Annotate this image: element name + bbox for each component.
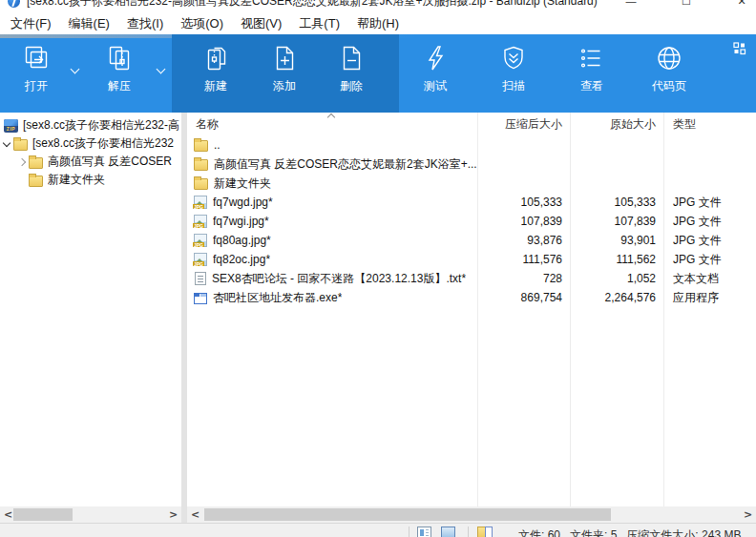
open-button-label: 打开 — [25, 78, 48, 94]
table-row[interactable]: fq7wgd.jpg* 105,333 105,333 JPG 文件 — [187, 193, 756, 212]
zip-archive-icon — [4, 119, 18, 133]
title-bar: [sex8.cc孩子你要相信光232-高颜值写真反差COSER恋恋艾妮最新2套J… — [0, 0, 756, 13]
tree-horizontal-scrollbar[interactable]: < > — [0, 506, 181, 523]
column-header-packed[interactable]: 压缩后大小 — [477, 116, 570, 133]
table-row[interactable]: fq80ag.jpg* 93,876 93,901 JPG 文件 — [187, 231, 756, 250]
minimize-button[interactable]: — — [617, 0, 645, 13]
packed-size: 105,333 — [477, 196, 570, 209]
tree-item-subfolder[interactable]: 高颜值写真 反差COSER — [0, 153, 181, 171]
table-row[interactable]: 杏吧社区地址发布器.exe* 869,754 2,264,576 应用程序 — [187, 288, 756, 307]
menu-view[interactable]: 视图(V) — [232, 13, 290, 34]
codepage-button[interactable]: 代码页 — [636, 40, 703, 109]
view-button[interactable]: 查看 — [563, 40, 620, 109]
preview-pane-icon[interactable] — [441, 527, 455, 537]
tree-item-label: 新建文件夹 — [48, 172, 105, 188]
delete-button[interactable]: 删除 — [323, 40, 380, 109]
packed-size: 869,754 — [477, 291, 570, 304]
file-type-icon — [194, 178, 208, 190]
column-header-type[interactable]: 类型 — [663, 116, 756, 133]
file-list-pane: 名称 压缩后大小 原始大小 类型 .. — [187, 113, 756, 506]
codepage-icon — [655, 44, 683, 72]
file-name: 杏吧社区地址发布器.exe* — [213, 290, 342, 306]
folder-options-icon[interactable] — [477, 527, 492, 537]
close-button[interactable]: ✕ — [727, 0, 756, 13]
table-row[interactable]: fq7wgi.jpg* 107,839 107,839 JPG 文件 — [187, 212, 756, 231]
file-name: 新建文件夹 — [214, 176, 271, 192]
file-name: fq7wgd.jpg* — [213, 196, 273, 209]
file-type-icon — [195, 272, 206, 285]
menu-file[interactable]: 文件(F) — [2, 13, 60, 34]
window-controls: — ☐ ✕ — [603, 0, 756, 13]
maximize-button[interactable]: ☐ — [672, 0, 701, 13]
extract-button[interactable]: 解压 — [91, 40, 148, 109]
tree-item-new-folder[interactable]: 新建文件夹 — [0, 171, 181, 189]
tree-item-root-folder[interactable]: [sex8.cc孩子你要相信光232 — [0, 134, 181, 153]
original-size: 111,562 — [570, 253, 663, 266]
toolbar: 打开 解压 新建 添加 — [0, 34, 756, 113]
menu-help[interactable]: 帮助(H) — [348, 13, 408, 34]
menu-tools[interactable]: 工具(T) — [290, 13, 348, 34]
chevron-expanded-icon[interactable] — [0, 142, 13, 146]
extract-button-label: 解压 — [108, 78, 131, 94]
packed-size: 111,576 — [477, 253, 570, 266]
menu-options[interactable]: 选项(O) — [172, 13, 232, 34]
file-name: SEX8杏吧论坛 - 回家不迷路【2023.12.13版】.txt* — [212, 271, 466, 287]
list-horizontal-scrollbar[interactable]: < > — [187, 506, 756, 523]
packed-size: 107,839 — [477, 215, 570, 228]
scrollbar-thumb[interactable] — [204, 508, 611, 521]
view-button-label: 查看 — [580, 78, 603, 94]
test-button[interactable]: 测试 — [407, 40, 464, 109]
column-header-original[interactable]: 原始大小 — [570, 116, 663, 133]
menu-find[interactable]: 查找(I) — [118, 13, 172, 34]
file-type-icon — [194, 253, 207, 266]
new-archive-icon — [201, 44, 230, 72]
original-size: 1,052 — [570, 272, 663, 285]
scan-button[interactable]: 扫描 — [485, 40, 542, 109]
chevron-down-icon — [156, 65, 165, 74]
file-type-icon — [194, 159, 208, 171]
table-row[interactable]: fq82oc.jpg* 111,576 111,562 JPG 文件 — [187, 250, 756, 269]
scrollbar-thumb[interactable] — [13, 508, 73, 521]
scroll-right-arrow[interactable]: > — [165, 506, 181, 523]
file-type-icon — [194, 234, 207, 247]
file-type: 应用程序 — [663, 290, 756, 306]
packed-size: 93,876 — [477, 234, 570, 247]
open-button[interactable]: 打开 — [8, 40, 65, 109]
delete-icon — [337, 44, 366, 72]
file-name: 高颜值写真 反差COSER恋恋艾妮最新2套JK浴室+... — [214, 156, 477, 173]
table-row[interactable]: .. — [187, 135, 756, 155]
tree-item-archive-root[interactable]: [sex8.cc孩子你要相信光232-高 — [0, 116, 181, 134]
view-icon — [578, 44, 606, 72]
tree-item-label: 高颜值写真 反差COSER — [48, 154, 172, 170]
add-icon — [270, 44, 299, 72]
menu-edit[interactable]: 编辑(E) — [60, 13, 118, 34]
scrollbar-row: < > < > — [0, 506, 756, 523]
main-area: [sex8.cc孩子你要相信光232-高 [sex8.cc孩子你要相信光232 … — [0, 113, 756, 506]
chevron-collapsed-icon[interactable] — [15, 159, 29, 165]
add-button-label: 添加 — [273, 78, 296, 94]
scroll-right-arrow[interactable]: > — [740, 506, 756, 523]
original-size: 105,333 — [570, 196, 663, 209]
new-archive-button-label: 新建 — [204, 78, 227, 94]
details-view-icon[interactable] — [417, 527, 431, 537]
scroll-left-arrow[interactable]: < — [187, 506, 203, 523]
add-button[interactable]: 添加 — [256, 40, 313, 109]
file-type: JPG 文件 — [663, 214, 756, 230]
open-icon — [22, 44, 51, 72]
status-bar: 文件: 60 文件夹: 5 压缩文件大小: 243 MB — [0, 523, 756, 537]
statusbar-separator — [409, 527, 410, 537]
new-archive-button[interactable]: 新建 — [187, 40, 244, 109]
chevron-down-icon — [70, 65, 79, 74]
open-dropdown-chevron[interactable] — [67, 59, 82, 82]
table-row[interactable]: SEX8杏吧论坛 - 回家不迷路【2023.12.13版】.txt* 728 1… — [187, 269, 756, 288]
layout-toggle-button[interactable] — [733, 42, 746, 55]
table-row[interactable]: 新建文件夹 — [187, 174, 756, 193]
codepage-button-label: 代码页 — [652, 78, 686, 94]
table-row[interactable]: 高颜值写真 反差COSER恋恋艾妮最新2套JK浴室+... — [187, 155, 756, 174]
file-name: fq7wgi.jpg* — [213, 215, 269, 228]
extract-dropdown-chevron[interactable] — [153, 59, 168, 82]
original-size: 2,264,576 — [570, 291, 663, 304]
file-type: JPG 文件 — [663, 252, 756, 268]
statusbar-separator — [468, 527, 469, 537]
file-type: JPG 文件 — [663, 195, 756, 211]
